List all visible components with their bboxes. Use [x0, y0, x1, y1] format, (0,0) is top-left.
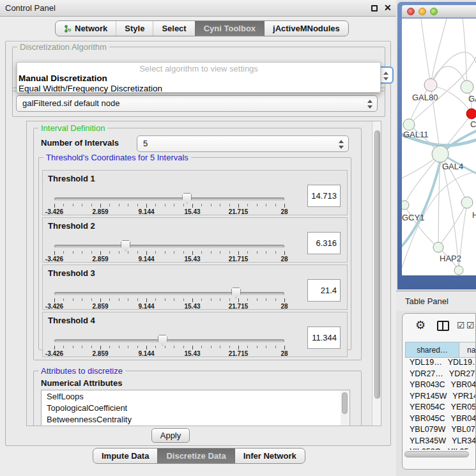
slider-track[interactable]	[54, 292, 284, 295]
cell-name[interactable]: YPR14…	[447, 392, 476, 403]
tab-select[interactable]: Select	[153, 21, 194, 36]
network-node-gal80[interactable]	[424, 79, 437, 91]
cell-shared-name[interactable]: YER054C	[405, 403, 445, 414]
slider-tick	[155, 251, 156, 254]
table-row[interactable]: YLR345WYLR34…	[405, 436, 476, 448]
table-row[interactable]: YIL052CYIL05…	[405, 447, 476, 450]
slider-tick	[257, 346, 257, 348]
slider-tick	[174, 346, 174, 348]
network-node-gal4[interactable]	[432, 146, 449, 162]
apply-button[interactable]: Apply	[151, 428, 190, 443]
checkbox-icon[interactable]: ☑	[466, 320, 475, 330]
close-icon[interactable]: ✕	[384, 3, 392, 13]
slider-thumb[interactable]	[231, 288, 241, 298]
cell-name[interactable]: YBL07…	[445, 425, 476, 436]
network-node-hap2[interactable]	[433, 242, 443, 252]
cell-name[interactable]: YDR27…	[443, 369, 476, 381]
network-node[interactable]	[454, 266, 463, 275]
network-node-c[interactable]	[466, 109, 476, 119]
cell-shared-name[interactable]: YBL079W	[405, 425, 445, 436]
table-horizontal-scrollbar[interactable]	[404, 451, 475, 458]
slider-track[interactable]	[54, 197, 284, 201]
cell-name[interactable]: YBR04…	[445, 380, 476, 392]
slider-tick	[229, 298, 230, 301]
cell-name[interactable]: YDL19…	[442, 358, 476, 369]
threshold-value-field[interactable]: 14.713	[307, 185, 341, 207]
threshold-value-field[interactable]: 6.316	[307, 232, 341, 254]
cell-shared-name[interactable]: YIL052C	[405, 447, 442, 450]
cell-name[interactable]: YBR04…	[445, 414, 476, 426]
settings-vertical-scrollbar[interactable]	[372, 121, 381, 426]
cell-name[interactable]: YER05…	[445, 403, 476, 414]
numerical-attributes-list[interactable]: SelfLoopsTopologicalCoefficientBetweenne…	[41, 390, 350, 426]
attribute-list-item[interactable]: SelfLoops	[42, 390, 349, 402]
number-of-intervals-label: Number of Intervals	[41, 138, 119, 148]
table-row[interactable]: YPR145WYPR14…	[405, 392, 476, 403]
slider-tick	[146, 204, 147, 208]
scrollbar-thumb[interactable]	[404, 451, 469, 457]
network-node-gal[interactable]	[461, 81, 473, 93]
gear-icon[interactable]: ⚙	[415, 318, 426, 332]
number-of-intervals-select[interactable]: 5	[137, 135, 349, 152]
cell-shared-name[interactable]: YPR145W	[405, 392, 447, 403]
slider-tick	[128, 298, 128, 301]
table-row[interactable]: YBL079WYBL07…	[405, 425, 476, 436]
mode-tab-impute-data[interactable]: Impute Data	[93, 449, 157, 463]
checkbox-icon[interactable]: ☑	[457, 320, 465, 330]
slider-tick-label: 21.715	[222, 350, 254, 357]
cell-shared-name[interactable]: YLR345W	[405, 436, 446, 448]
scrollbar-thumb[interactable]	[374, 130, 380, 399]
mode-tab-infer-network[interactable]: Infer Network	[234, 449, 305, 463]
cell-name[interactable]: YLR34…	[446, 436, 476, 448]
network-node-gcy1[interactable]	[402, 201, 409, 210]
slider-tick	[201, 298, 202, 301]
network-node-h[interactable]	[461, 197, 473, 208]
cell-name[interactable]: YIL05…	[442, 447, 476, 450]
cell-shared-name[interactable]: YBR045C	[405, 414, 445, 426]
scrollbar-thumb[interactable]	[342, 392, 348, 414]
slider-thumb[interactable]	[182, 193, 192, 204]
slider-track[interactable]	[54, 339, 284, 342]
table-data-select[interactable]: galFiltered.sif default node	[16, 95, 378, 112]
tab-style[interactable]: Style	[116, 21, 153, 36]
slider-thumb[interactable]	[158, 335, 167, 346]
algorithm-option-equal-width[interactable]: Equal Width/Frequency Discretization	[19, 84, 162, 93]
tab-jactivemnodules[interactable]: jActiveMNodules	[264, 21, 348, 36]
slider-tick	[201, 204, 202, 206]
slider-tick	[220, 346, 220, 348]
column-header-shared-name[interactable]: shared…	[405, 342, 459, 358]
settings-scrollpane: Interval Definition Number of Intervals …	[26, 121, 381, 426]
algorithm-option-manual[interactable]: Manual Discretization	[19, 73, 107, 83]
attribute-list-item[interactable]: BetweennessCentrality	[42, 413, 349, 425]
mac-minimize-button[interactable]	[418, 8, 426, 15]
cell-shared-name[interactable]: YBR043C	[405, 380, 445, 392]
mac-close-button[interactable]	[407, 8, 415, 15]
threshold-value-field[interactable]: 11.344	[307, 326, 341, 349]
threshold-value-field[interactable]: 21.4	[307, 279, 341, 302]
tab-network[interactable]: Network	[56, 21, 116, 36]
table-row[interactable]: YER054CYER05…	[405, 403, 476, 414]
attribute-list-item[interactable]: TopologicalCoefficient	[42, 402, 349, 413]
cell-shared-name[interactable]: YDL19…	[405, 358, 442, 369]
slider-tick	[238, 298, 239, 302]
float-window-icon[interactable]	[371, 5, 378, 12]
slider-track[interactable]	[54, 245, 284, 248]
table-row[interactable]: YDR27…YDR27…	[405, 369, 476, 381]
list-vertical-scrollbar[interactable]	[341, 391, 349, 426]
table-row[interactable]: YBR043CYBR04…	[405, 380, 476, 392]
cell-shared-name[interactable]: YDR27…	[405, 369, 443, 381]
slider-thumb[interactable]	[121, 240, 130, 251]
network-canvas[interactable]: GAL80GALCGAL11GAL4GCY1HHAP2	[402, 19, 476, 275]
column-header-name[interactable]: name	[459, 342, 476, 358]
cyni-mode-tabbar: Impute DataDiscretize DataInfer Network	[93, 448, 305, 464]
tab-cyni-toolbox[interactable]: Cyni Toolbox	[195, 21, 264, 36]
mode-tab-discretize-data[interactable]: Discretize Data	[157, 449, 234, 463]
mac-zoom-button[interactable]	[430, 8, 438, 15]
network-node-gal11[interactable]	[403, 119, 415, 130]
control-panel-title: Control Panel	[5, 3, 56, 13]
slider-tick	[128, 251, 128, 254]
network-window-titlebar[interactable]	[402, 5, 476, 18]
table-row[interactable]: YBR045CYBR04…	[405, 414, 476, 426]
table-row[interactable]: YDL19…YDL19…	[405, 358, 476, 369]
split-view-icon[interactable]	[437, 321, 449, 331]
